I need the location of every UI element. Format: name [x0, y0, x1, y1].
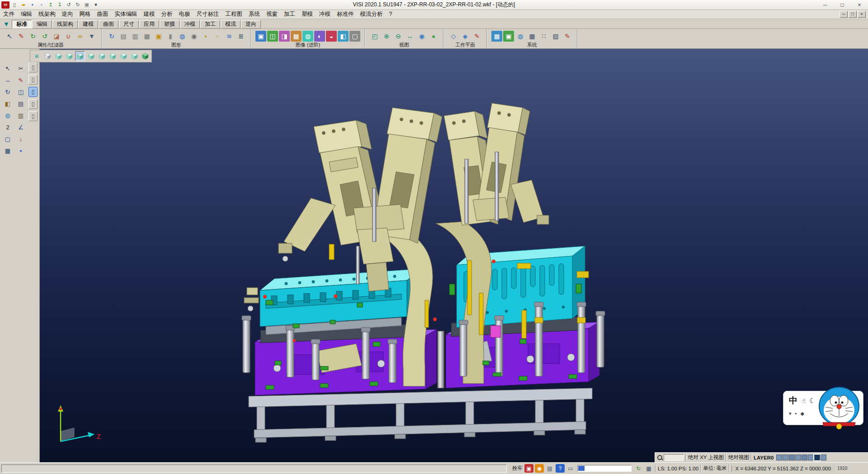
tab-mold[interactable]: 塑膜 [160, 20, 179, 28]
absolute-view-label[interactable]: 绝对视图 [728, 454, 749, 461]
open-file-icon[interactable]: ▰ [19, 1, 28, 9]
ime-menu-icon[interactable]: ▾ [789, 411, 792, 417]
menu-machining[interactable]: 加工 [281, 10, 298, 19]
angle-compass-icon[interactable]: ∠ [15, 122, 27, 133]
clip-view-2-icon[interactable]: ▯ [28, 75, 38, 85]
status-ime-icon[interactable]: ◉ [535, 464, 544, 473]
model-base-frame[interactable] [249, 388, 592, 442]
cylinder-icon[interactable]: ▮ [165, 31, 176, 42]
texture-icon[interactable]: ▦ [291, 31, 302, 42]
tab-modeling[interactable]: 建模 [78, 20, 98, 28]
mirror-icon[interactable]: ◫ [15, 87, 27, 97]
model-die-plate-left[interactable] [260, 269, 421, 335]
mdi-restore-button[interactable]: □ [849, 11, 857, 18]
shaded-sphere-icon[interactable]: ● [428, 31, 439, 42]
zoom-in-icon[interactable]: ⊕ [381, 31, 392, 42]
material-icon[interactable]: ◍ [302, 31, 313, 42]
window-tile-icon[interactable]: ▦ [491, 31, 502, 42]
view-front-icon[interactable] [64, 51, 74, 61]
view-iso-icon[interactable] [53, 51, 63, 61]
clip-view-4-icon[interactable]: ▯ [28, 99, 38, 109]
save-file-icon[interactable]: ▪ [28, 1, 37, 9]
layer-stack-1-icon[interactable]: ▤ [118, 31, 129, 42]
model-center-post[interactable] [438, 331, 444, 388]
database-icon[interactable]: ≋ [224, 31, 235, 42]
view-cube-wire-icon[interactable] [42, 51, 52, 61]
tab-flow[interactable]: 模流 [221, 20, 241, 28]
barrel-icon[interactable]: ◍ [177, 31, 188, 42]
annotate-icon[interactable]: ✎ [562, 31, 573, 42]
color-swatch-4[interactable] [795, 455, 801, 460]
menu-window[interactable]: 视窗 [263, 10, 281, 19]
render-wireframe-icon[interactable]: ◫ [267, 31, 278, 42]
color-swatch-7[interactable] [814, 455, 820, 460]
trim-scissors-icon[interactable]: ✂ [15, 63, 27, 74]
tab-dimension[interactable]: 尺寸 [119, 20, 139, 28]
refresh-ccw-icon[interactable]: ↺ [39, 31, 50, 42]
color-swatch-3[interactable] [789, 455, 795, 460]
translate-icon[interactable]: ↔ [2, 75, 14, 85]
edit-pencil-icon[interactable]: ✎ [16, 31, 27, 42]
view-back-icon[interactable] [108, 51, 118, 61]
clip-view-5-icon[interactable]: ▯ [28, 111, 38, 121]
viewport[interactable]: Z [40, 49, 868, 462]
layers-grid-icon[interactable]: ▦ [2, 146, 14, 156]
status-select-icon[interactable]: ▣ [524, 464, 533, 473]
snapshot-icon[interactable]: ▢ [349, 31, 360, 42]
tab-edit[interactable]: 编辑 [32, 20, 52, 28]
quick-access-dropdown-icon[interactable]: ▾ [92, 1, 100, 9]
menu-dimension[interactable]: 尺寸标注 [193, 10, 222, 19]
section-view-icon[interactable]: ◧ [338, 31, 349, 42]
ime-full-half-icon[interactable]: ▪ [795, 411, 797, 417]
pan-view-icon[interactable]: ↔ [405, 31, 415, 42]
solid-box-icon[interactable]: ▣ [153, 31, 164, 42]
ime-punct-icon[interactable]: ◆ [800, 411, 804, 417]
transparency-icon[interactable]: ◒ [326, 31, 337, 42]
snap-grid-icon[interactable]: ∷ [538, 31, 549, 42]
tab-surface[interactable]: 曲面 [99, 20, 118, 28]
notes-icon[interactable]: ▥ [15, 110, 27, 121]
globe-icon[interactable]: ◍ [515, 31, 526, 42]
tab-application[interactable]: 应用 [139, 20, 159, 28]
menu-help[interactable]: ? [386, 10, 396, 18]
view-top-icon[interactable] [97, 51, 107, 61]
menu-reverse[interactable]: 逆向 [59, 10, 76, 19]
tab-reverse[interactable]: 逆向 [241, 20, 261, 28]
clip-view-3-icon[interactable]: ▯ [28, 87, 38, 97]
menu-edit[interactable]: 编辑 [18, 10, 35, 19]
layer-stack-3-icon[interactable]: ▦ [142, 31, 152, 42]
workplane-icon[interactable]: ◇ [448, 31, 459, 42]
import-icon[interactable]: ↥ [47, 1, 55, 9]
save-disk-icon[interactable]: ▪ [15, 146, 27, 156]
tab-die[interactable]: 冲模 [180, 20, 200, 28]
new-file-icon[interactable]: ▯ [10, 1, 19, 9]
hatch-icon[interactable]: ▨ [550, 31, 561, 42]
view-bottom-icon[interactable] [118, 51, 128, 61]
render-shaded-icon[interactable]: ▣ [255, 31, 266, 42]
maximize-button[interactable]: □ [834, 0, 851, 9]
mdi-minimize-button[interactable]: ─ [840, 11, 848, 18]
menu-electrode[interactable]: 电极 [176, 10, 193, 19]
part-box-icon[interactable]: ▣ [83, 1, 91, 9]
workplane-edit-icon[interactable]: ✎ [472, 31, 482, 42]
menu-surface[interactable]: 曲面 [94, 10, 112, 19]
regen-view-icon[interactable]: ↻ [106, 31, 117, 42]
layer-label[interactable]: LAYER0 [754, 455, 774, 460]
fill-color-icon[interactable]: ◧ [2, 99, 14, 109]
grid-icon[interactable]: ▦ [527, 31, 538, 42]
refresh-cw-icon[interactable]: ↻ [28, 31, 38, 42]
3d-model[interactable]: Z [40, 49, 868, 462]
clip-view-1-icon[interactable]: ▯ [28, 62, 38, 72]
tabbar-dropdown-button[interactable]: ▼ [1, 19, 12, 29]
zoom-window-icon[interactable]: ◰ [369, 31, 380, 42]
orbit-view-icon[interactable]: ◉ [416, 31, 427, 42]
view-shaded-icon[interactable] [140, 51, 150, 61]
visi-logo-icon[interactable]: VI [1, 1, 9, 9]
workplane-align-icon[interactable]: ◈ [460, 31, 471, 42]
lighting-icon[interactable]: ◐ [314, 31, 325, 42]
zoom-out-icon[interactable]: ⊖ [393, 31, 404, 42]
rotate-icon[interactable]: ↻ [2, 87, 14, 97]
status-palette-icon[interactable]: ▤ [545, 464, 554, 473]
close-button[interactable]: × [851, 0, 868, 9]
view-left-icon[interactable] [86, 51, 96, 61]
